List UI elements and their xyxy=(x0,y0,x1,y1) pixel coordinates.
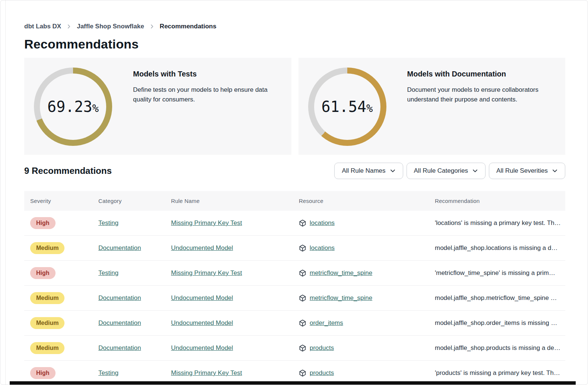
metric-cards: 69.23% Models with Tests Define tests on… xyxy=(24,58,565,155)
recommendations-page: { "breadcrumb": { "items": [ { "label": … xyxy=(0,0,588,385)
rule-names-filter-dropdown[interactable]: All Rule Names xyxy=(334,163,403,179)
table-row: Medium Documentation Undocumented Model … xyxy=(24,236,565,261)
card-text: Models with Documentation Document your … xyxy=(407,68,557,146)
card-models-with-documentation: 61.54% Models with Documentation Documen… xyxy=(298,58,566,155)
filter-label: All Rule Categories xyxy=(414,167,468,175)
card-title: Models with Tests xyxy=(133,70,282,78)
resource-cell: order_items xyxy=(299,319,429,327)
column-header-category: Category xyxy=(92,191,165,211)
resource-link[interactable]: locations xyxy=(310,244,335,252)
left-edge-divider xyxy=(5,0,6,385)
rule-name-link[interactable]: Undocumented Model xyxy=(171,294,233,301)
resource-cell: locations xyxy=(299,219,429,227)
cube-icon xyxy=(299,219,306,227)
resource-link[interactable]: metricflow_time_spine xyxy=(310,294,372,302)
documentation-percent-value: 61.54% xyxy=(322,98,373,115)
card-description: Document your models to ensure collabora… xyxy=(407,85,557,105)
bottom-dark-bar xyxy=(10,381,576,385)
rule-categories-filter-dropdown[interactable]: All Rule Categories xyxy=(407,163,486,179)
column-header-resource: Resource xyxy=(293,191,429,211)
recommendation-text: 'metricflow_time_spine' is missing a pri… xyxy=(435,269,555,276)
recommendation-text: model.jaffle_shop.products is missing a … xyxy=(435,344,560,351)
table-row: High Testing Missing Primary Key Test me… xyxy=(24,261,565,286)
chevron-down-icon xyxy=(390,168,396,174)
rule-name-link[interactable]: Missing Primary Key Test xyxy=(171,269,242,276)
category-link[interactable]: Testing xyxy=(98,269,118,276)
recommendation-text: model.jaffle_shop.locations is missing a… xyxy=(435,244,557,251)
table-header-row: Severity Category Rule Name Resource Rec… xyxy=(24,191,565,211)
cube-icon xyxy=(299,244,306,252)
breadcrumb-item-recommendations: Recommendations xyxy=(160,23,216,30)
category-link[interactable]: Testing xyxy=(98,369,118,376)
page-title: Recommendations xyxy=(24,37,139,51)
card-title: Models with Documentation xyxy=(407,70,557,78)
category-link[interactable]: Documentation xyxy=(98,244,141,251)
breadcrumb: dbt Labs DX Jaffle Shop Snowflake Recomm… xyxy=(24,23,216,30)
table-row: Medium Documentation Undocumented Model … xyxy=(24,286,565,311)
breadcrumb-item-jaffle-shop-snowflake[interactable]: Jaffle Shop Snowflake xyxy=(77,23,144,30)
card-description: Define tests on your models to help ensu… xyxy=(133,85,282,105)
tests-donut-chart: 69.23% xyxy=(34,68,112,146)
severity-badge: High xyxy=(30,217,56,229)
breadcrumb-item-dbt-labs-dx[interactable]: dbt Labs DX xyxy=(24,23,61,30)
severity-badge: Medium xyxy=(30,342,64,354)
recommendations-table: Severity Category Rule Name Resource Rec… xyxy=(24,191,565,385)
resource-link[interactable]: products xyxy=(310,369,334,377)
resource-link[interactable]: products xyxy=(310,344,334,352)
resource-cell: products xyxy=(299,344,429,352)
rule-severities-filter-dropdown[interactable]: All Rule Severities xyxy=(489,163,565,179)
rule-name-link[interactable]: Undocumented Model xyxy=(171,319,233,326)
category-link[interactable]: Documentation xyxy=(98,294,141,301)
resource-cell: metricflow_time_spine xyxy=(299,294,429,302)
resource-link[interactable]: metricflow_time_spine xyxy=(310,269,372,277)
recommendation-text: 'locations' is missing a primary key tes… xyxy=(435,219,561,226)
donut-hole: 61.54% xyxy=(314,73,380,140)
rule-name-link[interactable]: Undocumented Model xyxy=(171,344,233,351)
cube-icon xyxy=(299,319,306,327)
cube-icon xyxy=(299,344,306,352)
cube-icon xyxy=(299,269,306,277)
severity-badge: High xyxy=(30,367,56,379)
filter-label: All Rule Severities xyxy=(496,167,548,175)
card-models-with-tests: 69.23% Models with Tests Define tests on… xyxy=(24,58,291,155)
severity-badge: High xyxy=(30,267,56,279)
severity-badge: Medium xyxy=(30,242,64,254)
chevron-right-icon xyxy=(149,24,155,29)
rule-name-link[interactable]: Undocumented Model xyxy=(171,244,233,251)
tests-percent-value: 69.23% xyxy=(47,98,99,115)
recommendation-text: model.jaffle_shop.metricflow_time_spine … xyxy=(435,294,557,301)
chevron-down-icon xyxy=(552,168,558,174)
recommendation-text: 'products' is missing a primary key test… xyxy=(435,369,560,376)
resource-link[interactable]: locations xyxy=(310,219,335,227)
rule-name-link[interactable]: Missing Primary Key Test xyxy=(171,219,242,226)
category-link[interactable]: Documentation xyxy=(98,319,141,326)
table-row: Medium Documentation Undocumented Model … xyxy=(24,311,565,336)
recommendations-list-header: 9 Recommendations All Rule Names All Rul… xyxy=(24,163,565,179)
category-link[interactable]: Testing xyxy=(98,219,118,226)
recommendation-text: model.jaffle_shop.order_items is missing… xyxy=(435,319,557,326)
category-link[interactable]: Documentation xyxy=(98,344,141,351)
chevron-right-icon xyxy=(66,24,72,29)
chevron-down-icon xyxy=(472,168,478,174)
cube-icon xyxy=(299,369,306,377)
column-header-rule-name: Rule Name xyxy=(165,191,293,211)
column-header-recommendation: Recommendation xyxy=(429,191,565,211)
table-row: Medium Documentation Undocumented Model … xyxy=(24,336,565,361)
severity-badge: Medium xyxy=(30,317,64,329)
recommendations-count-title: 9 Recommendations xyxy=(24,166,112,176)
resource-cell: locations xyxy=(299,244,429,252)
resource-link[interactable]: order_items xyxy=(310,319,343,327)
documentation-donut-chart: 61.54% xyxy=(308,68,386,146)
table-row: High Testing Missing Primary Key Test lo… xyxy=(24,211,565,236)
card-text: Models with Tests Define tests on your m… xyxy=(133,68,282,146)
severity-badge: Medium xyxy=(30,292,64,304)
column-header-severity: Severity xyxy=(24,191,92,211)
filter-label: All Rule Names xyxy=(342,167,385,175)
cube-icon xyxy=(299,294,306,302)
donut-hole: 69.23% xyxy=(40,73,106,140)
filter-bar: All Rule Names All Rule Categories All R… xyxy=(334,163,565,179)
resource-cell: products xyxy=(299,369,429,377)
resource-cell: metricflow_time_spine xyxy=(299,269,429,277)
rule-name-link[interactable]: Missing Primary Key Test xyxy=(171,369,242,376)
